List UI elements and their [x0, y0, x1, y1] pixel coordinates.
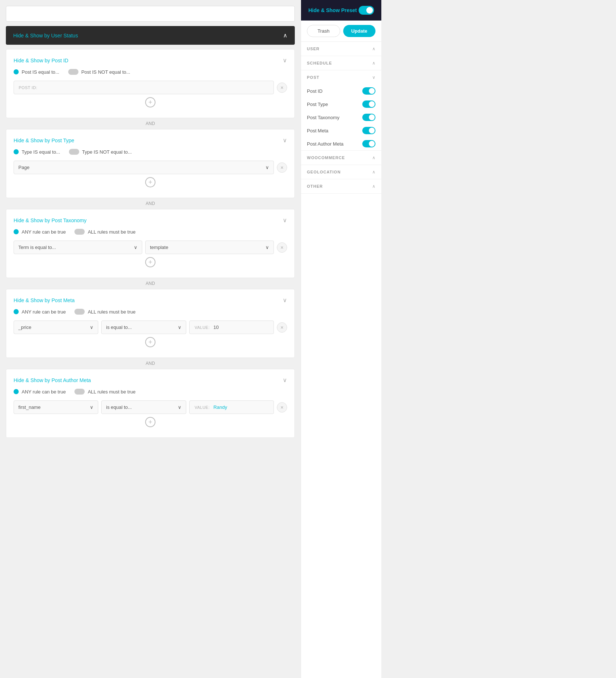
post-type-input-row: Page ∨ ×	[14, 161, 287, 174]
sidebar-section-geolocation-header[interactable]: GEOLOCATION ∧	[301, 165, 381, 179]
sidebar-section-geolocation-title: GEOLOCATION	[307, 170, 341, 174]
post-meta-add-button[interactable]: +	[145, 337, 155, 347]
post-id-title: Hide & Show by Post ID	[14, 58, 68, 63]
post-taxonomy-option-any[interactable]: ANY rule can be true	[14, 229, 66, 235]
sidebar-section-woocommerce-title: WOOCOMMERCE	[307, 155, 345, 160]
sidebar-section-post-title: POST	[307, 75, 319, 80]
sidebar-toggle-post-meta[interactable]	[362, 127, 375, 134]
post-meta-chevron-icon[interactable]: ∨	[283, 297, 287, 304]
post-taxonomy-active-dot	[14, 229, 19, 234]
post-type-toggle-row: Type IS equal to... Type IS NOT equal to…	[14, 149, 287, 155]
post-type-add-button[interactable]: +	[145, 177, 155, 187]
post-id-toggle-row: Post IS equal to... Post IS NOT equal to…	[14, 69, 287, 75]
post-taxonomy-clear-button[interactable]: ×	[277, 242, 287, 253]
update-button[interactable]: Update	[343, 25, 376, 37]
sidebar-section-user-header[interactable]: USER ∧	[301, 42, 381, 56]
sidebar-item-post-taxonomy: Post Taxonomy	[301, 111, 381, 124]
post-author-meta-clear-button[interactable]: ×	[277, 402, 287, 413]
preset-name-input[interactable]: Geolocation Preset	[6, 6, 295, 22]
post-type-inactive-dot	[69, 149, 79, 155]
sidebar-section-user-title: USER	[307, 47, 320, 51]
and-divider-3: AND	[6, 281, 295, 286]
post-taxonomy-add-button[interactable]: +	[145, 257, 155, 267]
post-meta-key-dropdown[interactable]: _price ∨	[14, 320, 98, 334]
post-id-input-row: POST ID: ×	[14, 81, 287, 94]
post-author-meta-key-dropdown[interactable]: first_name ∨	[14, 400, 98, 414]
and-divider-4: AND	[6, 361, 295, 366]
sidebar-actions: Trash Update	[301, 21, 381, 42]
post-id-inactive-dot	[68, 69, 78, 75]
post-taxonomy-option-all[interactable]: ALL rules must be true	[74, 229, 135, 235]
sidebar-toggle-post-type[interactable]	[362, 100, 375, 108]
post-author-meta-toggle-row: ANY rule can be true ALL rules must be t…	[14, 389, 287, 395]
post-author-meta-operator-dropdown[interactable]: is equal to... ∨	[101, 400, 186, 414]
sidebar-section-post-header[interactable]: POST ∨	[301, 70, 381, 84]
post-type-option-not-equal[interactable]: Type IS NOT equal to...	[69, 149, 132, 155]
post-author-meta-option-any[interactable]: ANY rule can be true	[14, 389, 66, 395]
user-status-chevron-up-icon[interactable]: ∧	[283, 32, 287, 39]
post-author-meta-option-all[interactable]: ALL rules must be true	[74, 389, 135, 395]
post-type-chevron-icon[interactable]: ∨	[283, 137, 287, 144]
post-taxonomy-input-row: Term is equal to... ∨ template ∨ ×	[14, 241, 287, 254]
post-id-option-equal[interactable]: Post IS equal to...	[14, 69, 59, 75]
post-id-header: Hide & Show by Post ID ∨	[14, 57, 287, 64]
post-id-input[interactable]	[14, 81, 274, 94]
post-author-meta-active-dot	[14, 389, 19, 394]
post-type-header: Hide & Show by Post Type ∨	[14, 137, 287, 144]
post-author-meta-value-text: Randy	[213, 404, 227, 410]
post-meta-operator-dropdown[interactable]: is equal to... ∨	[101, 320, 186, 334]
sidebar-header-title: Hide & Show Preset	[308, 7, 357, 13]
post-meta-active-dot	[14, 309, 19, 314]
post-meta-title: Hide & Show by Post Meta	[14, 297, 75, 303]
sidebar-section-other-title: OTHER	[307, 184, 323, 188]
sidebar-section-geolocation-chevron-icon: ∧	[372, 169, 375, 175]
post-meta-toggle-row: ANY rule can be true ALL rules must be t…	[14, 309, 287, 315]
post-taxonomy-title: Hide & Show by Post Taxonomy	[14, 217, 87, 223]
post-meta-clear-button[interactable]: ×	[277, 322, 287, 333]
sidebar-toggle-switch[interactable]	[359, 6, 374, 15]
post-id-active-dot	[14, 69, 19, 74]
sidebar-section-woocommerce-header[interactable]: WOOCOMMERCE ∧	[301, 151, 381, 165]
post-id-option-not-equal[interactable]: Post IS NOT equal to...	[68, 69, 130, 75]
post-author-meta-operator-dropdown-arrow-icon: ∨	[178, 404, 182, 410]
post-taxonomy-chevron-icon[interactable]: ∨	[283, 217, 287, 224]
post-author-meta-input-row: first_name ∨ is equal to... ∨ VALUE: Ran…	[14, 400, 287, 414]
post-type-dropdown[interactable]: Page ∨	[14, 161, 274, 174]
post-author-meta-inactive-dot	[74, 389, 85, 395]
sidebar-toggle-post-author-meta[interactable]	[362, 140, 375, 147]
post-author-meta-chevron-icon[interactable]: ∨	[283, 377, 287, 384]
post-taxonomy-term-dropdown[interactable]: Term is equal to... ∨	[14, 241, 142, 254]
sidebar-section-user: USER ∧	[301, 42, 381, 56]
sidebar-section-geolocation: GEOLOCATION ∧	[301, 165, 381, 179]
sidebar-section-schedule-header[interactable]: SCHEDULE ∧	[301, 56, 381, 70]
post-meta-header: Hide & Show by Post Meta ∨	[14, 297, 287, 304]
post-taxonomy-value-dropdown[interactable]: template ∨	[145, 241, 274, 254]
post-type-card: Hide & Show by Post Type ∨ Type IS equal…	[6, 129, 295, 198]
sidebar-toggle-post-taxonomy[interactable]	[362, 114, 375, 121]
post-type-dropdown-arrow-icon: ∨	[265, 165, 269, 170]
post-meta-option-all[interactable]: ALL rules must be true	[74, 309, 135, 315]
and-divider-1: AND	[6, 121, 295, 126]
post-type-clear-button[interactable]: ×	[277, 162, 287, 173]
post-taxonomy-value-dropdown-arrow-icon: ∨	[265, 245, 269, 250]
sidebar-header: Hide & Show Preset	[301, 0, 381, 21]
post-id-add-button[interactable]: +	[145, 97, 155, 107]
sidebar-item-post-author-meta: Post Author Meta	[301, 137, 381, 150]
post-id-clear-button[interactable]: ×	[277, 83, 287, 93]
post-meta-input-row: _price ∨ is equal to... ∨ VALUE: 10 ×	[14, 320, 287, 334]
post-author-meta-add-button[interactable]: +	[145, 417, 155, 427]
sidebar-section-woocommerce: WOOCOMMERCE ∧	[301, 151, 381, 165]
post-author-meta-key-dropdown-arrow-icon: ∨	[90, 404, 94, 410]
sidebar-item-post-meta: Post Meta	[301, 124, 381, 137]
sidebar-toggle-post-id[interactable]	[362, 87, 375, 95]
sidebar-section-schedule-title: SCHEDULE	[307, 61, 332, 65]
post-author-meta-card: Hide & Show by Post Author Meta ∨ ANY ru…	[6, 369, 295, 438]
post-meta-option-any[interactable]: ANY rule can be true	[14, 309, 66, 315]
post-id-chevron-icon[interactable]: ∨	[283, 57, 287, 64]
post-taxonomy-card: Hide & Show by Post Taxonomy ∨ ANY rule …	[6, 209, 295, 278]
sidebar-section-post-chevron-icon: ∨	[372, 75, 375, 80]
post-type-option-equal[interactable]: Type IS equal to...	[14, 149, 60, 155]
sidebar-section-other-header[interactable]: OTHER ∧	[301, 179, 381, 193]
trash-button[interactable]: Trash	[307, 25, 340, 37]
post-taxonomy-header: Hide & Show by Post Taxonomy ∨	[14, 217, 287, 224]
